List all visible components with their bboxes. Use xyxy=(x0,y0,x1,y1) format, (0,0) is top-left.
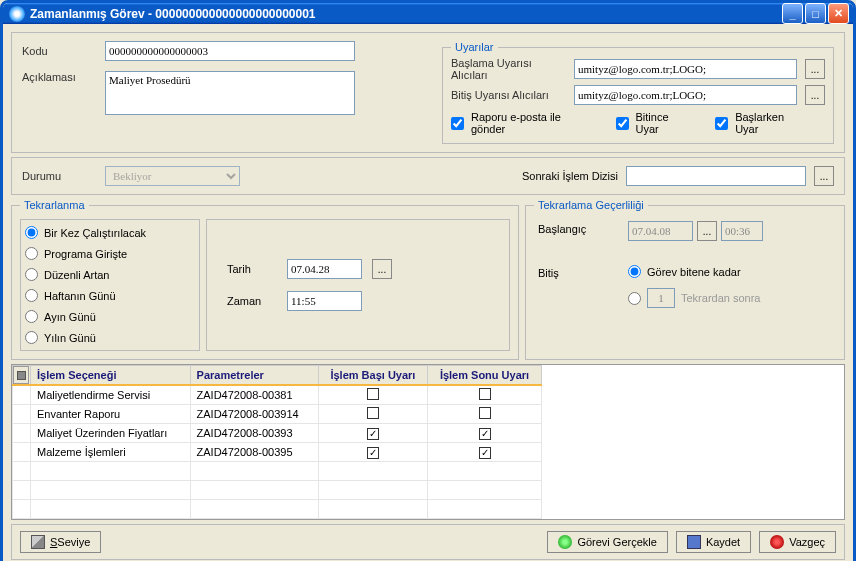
repeat-option[interactable]: Bir Kez Çalıştırılacak xyxy=(25,226,195,239)
titlebar: Zamanlanmış Görev - 00000000000000000000… xyxy=(3,3,853,24)
cell-sonu[interactable] xyxy=(428,405,542,424)
sonraki-label: Sonraki İşlem Dizisi xyxy=(522,170,618,182)
vazgec-button[interactable]: Vazgeç xyxy=(759,531,836,553)
eposta-label[interactable]: Raporu e-posta ile gönder xyxy=(471,111,593,135)
cancel-icon xyxy=(770,535,784,549)
cell-param: ZAID472008-00381 xyxy=(190,385,318,405)
baslama-uyarisi-label: Başlama Uyarısı Alıcıları xyxy=(451,57,566,81)
col-islem-secenegi[interactable]: İşlem Seçeneği xyxy=(31,366,191,386)
uyarilar-group: Uyarılar Başlama Uyarısı Alıcıları ... B… xyxy=(442,41,834,144)
kodu-label: Kodu xyxy=(22,45,97,57)
baslangic-time-input xyxy=(721,221,763,241)
cell-secenek: Maliyetlendirme Servisi xyxy=(31,385,191,405)
cell-sonu[interactable]: ✓ xyxy=(428,424,542,443)
cell-param: ZAID472008-00393 xyxy=(190,424,318,443)
button-bar: SSeviye Görevi Gerçekle Kaydet Vazgeç xyxy=(11,524,845,560)
repeat-option[interactable]: Düzenli Artan xyxy=(25,268,195,281)
cell-secenek: Envanter Raporu xyxy=(31,405,191,424)
cell-basi[interactable]: ✓ xyxy=(318,424,427,443)
save-icon xyxy=(687,535,701,549)
task-table-wrap: İşlem Seçeneği Parametreler İşlem Başı U… xyxy=(11,364,845,520)
task-table: İşlem Seçeneği Parametreler İşlem Başı U… xyxy=(12,365,542,519)
tekrarlanma-group: Tekrarlanma Bir Kez Çalıştırılacak Progr… xyxy=(11,199,519,360)
sonraki-input[interactable] xyxy=(626,166,806,186)
repeat-options: Bir Kez Çalıştırılacak Programa Girişte … xyxy=(20,219,200,351)
bitis-option-tekrar[interactable]: Tekrardan sonra xyxy=(628,288,761,308)
gecerlilik-group: Tekrarlama Geçerliliği Başlangıç ... Bit… xyxy=(525,199,845,360)
bitis-uyarisi-label: Bitiş Uyarısı Alıcıları xyxy=(451,89,566,101)
cell-secenek: Maliyet Üzerinden Fiyatları xyxy=(31,424,191,443)
table-row[interactable]: Malzeme İşlemleri ZAID472008-00395 ✓ ✓ xyxy=(13,443,542,462)
level-icon xyxy=(31,535,45,549)
table-row[interactable]: Maliyet Üzerinden Fiyatları ZAID472008-0… xyxy=(13,424,542,443)
seviye-button[interactable]: SSeviye xyxy=(20,531,101,553)
cell-sonu[interactable]: ✓ xyxy=(428,443,542,462)
gorevi-gercekle-button[interactable]: Görevi Gerçekle xyxy=(547,531,667,553)
tarih-input[interactable] xyxy=(287,259,362,279)
maximize-button[interactable]: □ xyxy=(805,3,826,24)
top-panel: Kodu Açıklaması Maliyet Prosedürü Uyarıl… xyxy=(11,32,845,153)
content-area: Kodu Açıklaması Maliyet Prosedürü Uyarıl… xyxy=(3,24,853,561)
eposta-checkbox[interactable] xyxy=(451,117,464,130)
run-icon xyxy=(558,535,572,549)
cell-secenek: Malzeme İşlemleri xyxy=(31,443,191,462)
zaman-input[interactable] xyxy=(287,291,362,311)
baslangic-date-input xyxy=(628,221,693,241)
select-all-icon[interactable] xyxy=(13,366,29,384)
durumu-select[interactable]: Bekliyor xyxy=(105,166,240,186)
baslangic-label: Başlangıç xyxy=(538,223,598,235)
cell-basi[interactable] xyxy=(318,385,427,405)
zaman-label: Zaman xyxy=(227,295,277,307)
baslama-browse-button[interactable]: ... xyxy=(805,59,825,79)
table-row-empty xyxy=(13,481,542,500)
bitis-option-gorev[interactable]: Görev bitene kadar xyxy=(628,265,761,278)
repeat-option[interactable]: Yılın Günü xyxy=(25,331,195,344)
cell-basi[interactable] xyxy=(318,405,427,424)
table-row[interactable]: Envanter Raporu ZAID472008-003914 xyxy=(13,405,542,424)
kaydet-button[interactable]: Kaydet xyxy=(676,531,751,553)
close-button[interactable]: ✕ xyxy=(828,3,849,24)
table-row-empty xyxy=(13,500,542,519)
aciklamasi-label: Açıklaması xyxy=(22,71,97,83)
baslangic-date-browse[interactable]: ... xyxy=(697,221,717,241)
tarih-browse-button[interactable]: ... xyxy=(372,259,392,279)
bitis-uyarisi-input[interactable] xyxy=(574,85,797,105)
bitince-checkbox[interactable] xyxy=(616,117,629,130)
repeat-option[interactable]: Ayın Günü xyxy=(25,310,195,323)
window-title: Zamanlanmış Görev - 00000000000000000000… xyxy=(30,7,782,21)
date-panel: Tarih ... Zaman xyxy=(206,219,510,351)
durumu-label: Durumu xyxy=(22,170,97,182)
col-islem-basi[interactable]: İşlem Başı Uyarı xyxy=(318,366,427,386)
uyarilar-legend: Uyarılar xyxy=(451,41,498,53)
baslarken-checkbox[interactable] xyxy=(715,117,728,130)
cell-basi[interactable]: ✓ xyxy=(318,443,427,462)
gecerlilik-legend: Tekrarlama Geçerliliği xyxy=(534,199,648,211)
tekrar-count-input xyxy=(647,288,675,308)
status-panel: Durumu Bekliyor Sonraki İşlem Dizisi ... xyxy=(11,157,845,195)
cell-param: ZAID472008-003914 xyxy=(190,405,318,424)
minimize-button[interactable]: _ xyxy=(782,3,803,24)
bitis-browse-button[interactable]: ... xyxy=(805,85,825,105)
bitis-label: Bitiş xyxy=(538,267,598,279)
sonraki-browse-button[interactable]: ... xyxy=(814,166,834,186)
col-parametreler[interactable]: Parametreler xyxy=(190,366,318,386)
repeat-option[interactable]: Programa Girişte xyxy=(25,247,195,260)
tarih-label: Tarih xyxy=(227,263,277,275)
repeat-option[interactable]: Haftanın Günü xyxy=(25,289,195,302)
tekrarlanma-legend: Tekrarlanma xyxy=(20,199,89,211)
kodu-input[interactable] xyxy=(105,41,355,61)
baslarken-label[interactable]: Başlarken Uyar xyxy=(735,111,807,135)
baslama-uyarisi-input[interactable] xyxy=(574,59,797,79)
cell-param: ZAID472008-00395 xyxy=(190,443,318,462)
window: Zamanlanmış Görev - 00000000000000000000… xyxy=(0,0,856,561)
col-islem-sonu[interactable]: İşlem Sonu Uyarı xyxy=(428,366,542,386)
table-row[interactable]: Maliyetlendirme Servisi ZAID472008-00381 xyxy=(13,385,542,405)
bitince-label[interactable]: Bitince Uyar xyxy=(636,111,693,135)
cell-sonu[interactable] xyxy=(428,385,542,405)
app-icon xyxy=(9,6,25,22)
aciklamasi-input[interactable]: Maliyet Prosedürü xyxy=(105,71,355,115)
table-row-empty xyxy=(13,462,542,481)
